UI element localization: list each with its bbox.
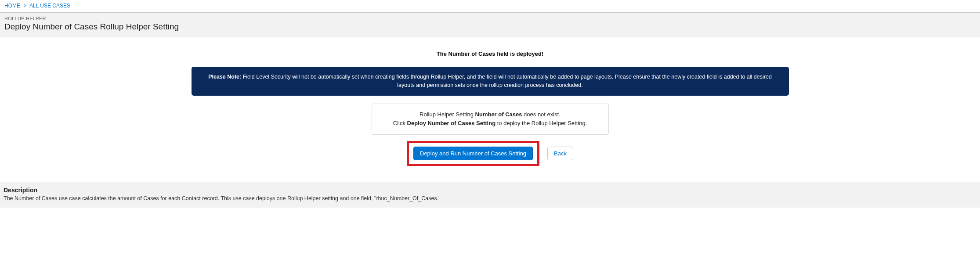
info-pre-1: Rollup Helper Setting bbox=[419, 111, 475, 118]
info-post-1: does not exist. bbox=[522, 111, 560, 118]
breadcrumb-sep: > bbox=[22, 3, 28, 9]
main-content: The Number of Cases field is deployed! P… bbox=[0, 37, 980, 170]
breadcrumb: HOME > ALL USE CASES bbox=[0, 0, 980, 12]
info-pre-2: Click bbox=[393, 120, 407, 126]
description-heading: Description bbox=[4, 187, 976, 194]
note-label: Please Note: bbox=[208, 74, 241, 80]
highlight-frame: Deploy and Run Number of Cases Setting bbox=[407, 141, 539, 166]
status-message: The Number of Cases field is deployed! bbox=[4, 50, 976, 57]
description-section: Description The Number of Cases use case… bbox=[0, 182, 980, 208]
description-body: The Number of Cases use case calculates … bbox=[4, 195, 976, 201]
info-line-2: Click Deploy Number of Cases Setting to … bbox=[380, 119, 600, 128]
deploy-button[interactable]: Deploy and Run Number of Cases Setting bbox=[413, 147, 533, 160]
info-bold-1: Number of Cases bbox=[475, 111, 522, 118]
field-security-note: Please Note: Field Level Security will n… bbox=[192, 67, 789, 96]
info-bold-2: Deploy Number of Cases Setting bbox=[407, 120, 496, 126]
header-eyebrow: ROLLUP HELPER bbox=[4, 16, 976, 21]
breadcrumb-all-use-cases[interactable]: ALL USE CASES bbox=[29, 3, 70, 9]
action-row: Deploy and Run Number of Cases Setting B… bbox=[4, 141, 976, 166]
back-button[interactable]: Back bbox=[547, 147, 573, 160]
breadcrumb-home[interactable]: HOME bbox=[4, 3, 20, 9]
info-post-2: to deploy the Rollup Helper Setting. bbox=[495, 120, 587, 126]
note-body: Field Level Security will not be automat… bbox=[241, 74, 772, 88]
setting-status-card: Rollup Helper Setting Number of Cases do… bbox=[372, 104, 609, 135]
info-line-1: Rollup Helper Setting Number of Cases do… bbox=[380, 110, 600, 119]
page-title: Deploy Number of Cases Rollup Helper Set… bbox=[4, 22, 976, 32]
page-header: ROLLUP HELPER Deploy Number of Cases Rol… bbox=[0, 12, 980, 37]
